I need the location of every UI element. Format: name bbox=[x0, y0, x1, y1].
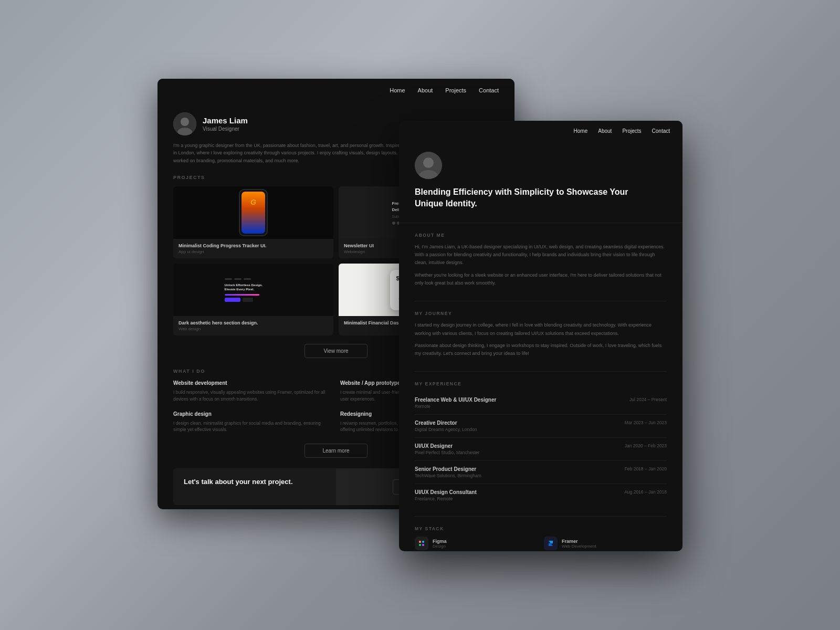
learn-more-button[interactable]: Learn more bbox=[304, 444, 368, 458]
svg-rect-8 bbox=[422, 541, 424, 543]
journey-section: MY JOURNEY I started my design journey i… bbox=[415, 301, 667, 372]
project-sub-1: App ui design bbox=[178, 249, 328, 254]
profile-info: James Liam Visual Designer bbox=[203, 116, 248, 132]
exp-company-2: Digital Dreams Agency, London bbox=[415, 427, 477, 432]
hero-nav-d3 bbox=[244, 278, 251, 280]
stack-framer-sub: Web Development bbox=[562, 544, 596, 549]
stack-figma-labels: Figma Design bbox=[433, 539, 447, 549]
stack-grid: Figma Design Framer bbox=[415, 537, 667, 551]
exp-company-5: Freelance, Remote bbox=[415, 496, 477, 501]
exp-company-3: Pixel Perfect Studio, Manchester bbox=[415, 450, 479, 455]
hero-art-nav bbox=[225, 278, 282, 280]
project-sub-3: Web design bbox=[178, 327, 328, 331]
hero-nav-d1 bbox=[225, 278, 232, 280]
cta-title: Let's talk about your next project. bbox=[184, 478, 326, 487]
fg-nav-links: Home About Projects Contact bbox=[574, 128, 670, 134]
about-section: ABOUT ME Hi, I'm James Liam, a UK-based … bbox=[415, 223, 667, 301]
profile-name: James Liam bbox=[203, 116, 248, 125]
exp-row-3: UI/UX Designer Pixel Perfect Studio, Man… bbox=[415, 438, 667, 461]
exp-row-1: Freelance Web & UI/UX Designer Remote Ju… bbox=[415, 392, 667, 415]
about-text-1: Hi, I'm James Liam, a UK-based designer … bbox=[415, 243, 667, 267]
project-title-3: Dark aesthetic hero section design. bbox=[178, 320, 328, 326]
hero-art-headline: Unlock Effortless Design.Elevate Every P… bbox=[225, 283, 282, 292]
svg-point-10 bbox=[422, 544, 424, 546]
service-title-1: Website development bbox=[173, 380, 332, 386]
scene: Home About Projects Contact James Liam V… bbox=[158, 79, 682, 551]
stack-framer-labels: Framer Web Development bbox=[562, 539, 596, 549]
project-card-1[interactable]: G Minimalist Coding Progress Tracker UI.… bbox=[173, 186, 333, 258]
stack-framer-name: Framer bbox=[562, 539, 596, 544]
svg-marker-12 bbox=[549, 543, 553, 546]
exp-row-5: UI/UX Design Consultant Freelance, Remot… bbox=[415, 484, 667, 507]
exp-job-5: UI/UX Design Consultant bbox=[415, 489, 477, 495]
service-1: Website development I build responsive, … bbox=[173, 380, 332, 403]
cta-left: Let's talk about your next project. bbox=[173, 468, 336, 505]
project-thumb-1: G bbox=[173, 186, 333, 239]
svg-rect-7 bbox=[419, 541, 421, 543]
exp-left-2: Creative Director Digital Dreams Agency,… bbox=[415, 420, 477, 432]
figma-icon bbox=[415, 537, 428, 550]
project-thumb-3: Unlock Effortless Design.Elevate Every P… bbox=[173, 264, 333, 316]
hero-art-cta bbox=[225, 298, 240, 302]
journey-text-1: I started my design journey in college, … bbox=[415, 321, 667, 338]
framer-icon-badge bbox=[544, 537, 558, 550]
exp-job-2: Creative Director bbox=[415, 420, 477, 426]
phone-art-inner: G bbox=[242, 192, 265, 234]
exp-company-1: Remote bbox=[415, 404, 496, 409]
exp-left-5: UI/UX Design Consultant Freelance, Remot… bbox=[415, 489, 477, 501]
stack-figma-sub: Design bbox=[433, 544, 447, 549]
stack-figma-name: Figma bbox=[433, 539, 447, 544]
bg-nav-home[interactable]: Home bbox=[390, 87, 405, 93]
exp-left-1: Freelance Web & UI/UX Designer Remote bbox=[415, 397, 496, 409]
exp-row-4: Senior Product Designer TechWave Solutio… bbox=[415, 461, 667, 484]
about-text-2: Whether you're looking for a sleek websi… bbox=[415, 271, 667, 288]
svg-point-5 bbox=[423, 158, 434, 168]
fg-nav-contact[interactable]: Contact bbox=[652, 128, 670, 134]
exp-date-5: Aug 2016 – Jan 2018 bbox=[624, 489, 667, 495]
bg-nav: Home About Projects Contact bbox=[158, 79, 514, 102]
service-desc-1: I build responsive, visually appealing w… bbox=[173, 389, 332, 403]
exp-left-4: Senior Product Designer TechWave Solutio… bbox=[415, 466, 481, 478]
bg-nav-about[interactable]: About bbox=[418, 87, 433, 93]
hero-art-purple-line bbox=[225, 294, 259, 296]
experience-label: MY EXPERIENCE bbox=[415, 381, 667, 386]
project-card-3[interactable]: Unlock Effortless Design.Elevate Every P… bbox=[173, 264, 333, 335]
view-more-button[interactable]: View more bbox=[304, 344, 368, 358]
phone-art: G bbox=[239, 189, 268, 236]
fg-nav-projects[interactable]: Projects bbox=[622, 128, 641, 134]
exp-date-1: Jul 2024 – Present bbox=[629, 397, 667, 402]
nl-dot-1 bbox=[392, 222, 395, 225]
fg-headline: Blending Efficiency with Simplicity to S… bbox=[415, 186, 635, 210]
journey-label: MY JOURNEY bbox=[415, 311, 667, 316]
exp-date-4: Feb 2018 – Jan 2020 bbox=[625, 466, 667, 471]
svg-marker-11 bbox=[549, 541, 553, 543]
stack-label: MY STACK bbox=[415, 526, 667, 531]
exp-date-3: Jan 2020 – Feb 2023 bbox=[625, 443, 667, 448]
hero-art: Unlock Effortless Design.Elevate Every P… bbox=[219, 274, 288, 306]
about-label: ABOUT ME bbox=[415, 233, 667, 238]
journey-text-2: Passionate about design thinking, I enga… bbox=[415, 342, 667, 358]
exp-date-2: Mar 2023 – Jun 2023 bbox=[625, 420, 667, 425]
bg-nav-links: Home About Projects Contact bbox=[390, 87, 499, 93]
fg-nav-home[interactable]: Home bbox=[574, 128, 588, 134]
exp-company-4: TechWave Solutions, Birmingham bbox=[415, 473, 481, 478]
fg-nav-about[interactable]: About bbox=[598, 128, 612, 134]
fg-hero: Blending Efficiency with Simplicity to S… bbox=[399, 141, 682, 223]
exp-job-1: Freelance Web & UI/UX Designer bbox=[415, 397, 496, 403]
hero-nav-d2 bbox=[234, 278, 242, 280]
exp-job-3: UI/UX Designer bbox=[415, 443, 479, 449]
svg-point-1 bbox=[181, 118, 189, 126]
phone-art-letter: G bbox=[250, 198, 256, 206]
exp-job-4: Senior Product Designer bbox=[415, 466, 481, 472]
avatar bbox=[173, 112, 196, 135]
project-title-1: Minimalist Coding Progress Tracker UI. bbox=[178, 243, 328, 248]
stack-figma: Figma Design bbox=[415, 537, 538, 550]
fg-sections: ABOUT ME Hi, I'm James Liam, a UK-based … bbox=[399, 223, 682, 551]
service-desc-3: I design clean, minimalist graphics for … bbox=[173, 420, 332, 434]
experience-section: MY EXPERIENCE Freelance Web & UI/UX Desi… bbox=[415, 372, 667, 517]
exp-row-2: Creative Director Digital Dreams Agency,… bbox=[415, 415, 667, 438]
bg-nav-contact[interactable]: Contact bbox=[479, 87, 499, 93]
profile-title: Visual Designer bbox=[203, 126, 248, 132]
service-title-3: Graphic design bbox=[173, 411, 332, 417]
bg-nav-projects[interactable]: Projects bbox=[445, 87, 466, 93]
